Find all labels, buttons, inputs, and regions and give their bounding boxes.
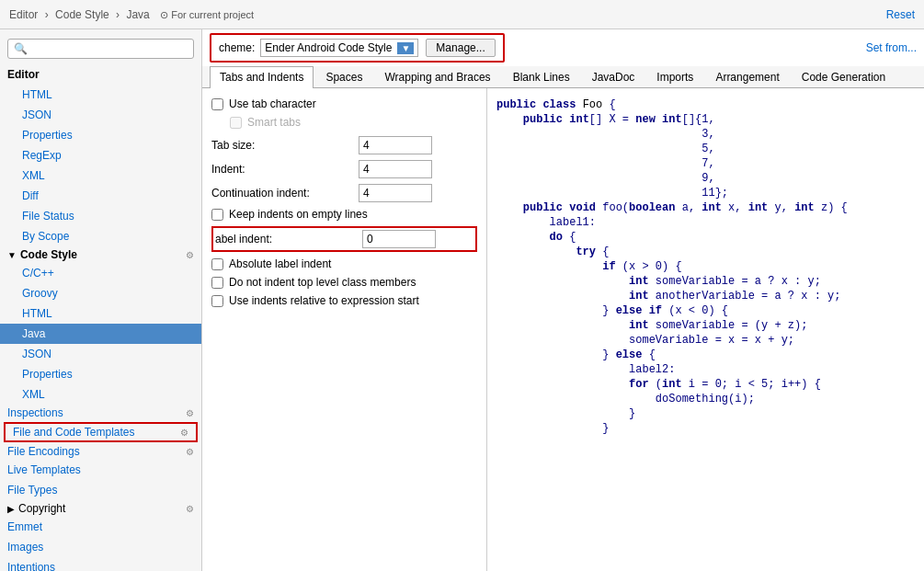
tab-javadoc[interactable]: JavaDoc: [582, 66, 645, 87]
scheme-bar: cheme: Ender Android Code Style ▼ Manage…: [210, 33, 505, 63]
sidebar-item-file-status[interactable]: File Status: [0, 206, 201, 226]
code-line-3: public int[] X = new int[]{1,: [496, 112, 915, 127]
keep-indents-checkbox[interactable]: [211, 209, 223, 221]
indent-row: Indent:: [211, 160, 477, 178]
tab-size-label: Tab size:: [211, 139, 359, 152]
breadcrumb: Editor › Code Style › Java ⊙ For current…: [9, 8, 254, 21]
scheme-label: cheme:: [219, 41, 255, 54]
tab-arrangement[interactable]: Arrangement: [705, 66, 789, 87]
keep-indents-row: Keep indents on empty lines: [211, 208, 477, 221]
sidebar-item-json2[interactable]: JSON: [0, 344, 201, 364]
sidebar-item-xml2[interactable]: XML: [0, 384, 201, 405]
absolute-label-indent-row: Absolute label indent: [211, 257, 477, 270]
use-indents-relative-row: Use indents relative to expression start: [211, 294, 477, 307]
set-from-link[interactable]: Set from...: [866, 41, 917, 54]
tab-imports[interactable]: Imports: [646, 66, 703, 87]
code-line-16: int anotherVariable = a ? x : y;: [496, 289, 915, 303]
smart-tabs-checkbox[interactable]: [230, 117, 242, 129]
code-line-25: }: [496, 421, 915, 436]
for-current-note: ⊙ For current project: [160, 9, 254, 20]
scheme-dropdown[interactable]: Ender Android Code Style ▼: [260, 39, 418, 57]
sidebar-item-json[interactable]: JSON: [0, 105, 201, 125]
label-indent-input[interactable]: [362, 230, 436, 248]
tab-size-input[interactable]: [359, 136, 432, 154]
code-line-5: 5,: [496, 142, 915, 156]
sidebar-file-code-templates-row[interactable]: File and Code Templates ⚙: [4, 422, 198, 442]
code-line-20: } else {: [496, 348, 915, 362]
tab-code-generation[interactable]: Code Generation: [792, 66, 895, 87]
top-bar: Editor › Code Style › Java ⊙ For current…: [0, 0, 924, 29]
copyright-settings-icon: ⚙: [186, 504, 194, 514]
sidebar-item-java[interactable]: Java: [0, 324, 201, 344]
sidebar-item-live-templates[interactable]: Live Templates: [0, 460, 201, 480]
code-line-13: try {: [496, 245, 915, 259]
sidebar-item-html[interactable]: HTML: [0, 85, 201, 105]
sidebar-item-diff[interactable]: Diff: [0, 186, 201, 206]
sidebar-item-intentions[interactable]: Intentions: [0, 557, 201, 571]
tab-tabs-and-indents[interactable]: Tabs and Indents: [210, 66, 314, 88]
settings-panel: Use tab character Smart tabs Tab size: I…: [202, 88, 487, 571]
file-encodings-settings-icon: ⚙: [186, 447, 194, 457]
sidebar-item-by-scope[interactable]: By Scope: [0, 226, 201, 246]
continuation-indent-input[interactable]: [359, 184, 432, 202]
sidebar-editor-group[interactable]: Editor: [0, 64, 201, 85]
tab-wrapping-and-braces[interactable]: Wrapping and Braces: [374, 66, 500, 87]
absolute-label-indent-checkbox[interactable]: [211, 258, 223, 270]
use-tab-character-row: Use tab character: [211, 97, 477, 110]
sidebar-item-images[interactable]: Images: [0, 537, 201, 557]
use-indents-relative-checkbox[interactable]: [211, 295, 223, 307]
do-not-indent-checkbox[interactable]: [211, 277, 223, 289]
sidebar-item-emmet[interactable]: Emmet: [0, 517, 201, 537]
code-line-21: label2:: [496, 362, 915, 377]
sidebar-code-style-group[interactable]: ▼ Code Style ⚙: [0, 246, 201, 263]
sidebar-inspections-row[interactable]: Inspections ⚙: [0, 405, 201, 421]
indent-input[interactable]: [359, 160, 432, 178]
tab-spaces[interactable]: Spaces: [315, 66, 372, 87]
inspections-settings-icon: ⚙: [186, 408, 194, 418]
breadcrumb-arrow1: ›: [45, 8, 49, 21]
breadcrumb-editor: Editor: [9, 8, 38, 21]
code-line-19: someVariable = x = x + y;: [496, 333, 915, 348]
tabs-row: Tabs and Indents Spaces Wrapping and Bra…: [202, 66, 924, 88]
sidebar-copyright-group[interactable]: ▶ Copyright ⚙: [0, 500, 201, 517]
sidebar-item-properties2[interactable]: Properties: [0, 364, 201, 384]
use-tab-label: Use tab character: [229, 97, 316, 110]
do-not-indent-row: Do not indent top level class members: [211, 276, 477, 289]
sidebar-item-properties[interactable]: Properties: [0, 125, 201, 145]
code-line-10: public void foo(boolean a, int x, int y,…: [496, 200, 915, 215]
sidebar-item-regexp[interactable]: RegExp: [0, 145, 201, 166]
split-pane: Use tab character Smart tabs Tab size: I…: [202, 88, 924, 571]
smart-tabs-label: Smart tabs: [247, 116, 301, 129]
reset-button[interactable]: Reset: [886, 8, 915, 21]
code-line-23: doSomething(i);: [496, 392, 915, 406]
search-input[interactable]: [7, 39, 194, 59]
sidebar-item-groovy[interactable]: Groovy: [0, 283, 201, 303]
sidebar-copyright-label: Copyright: [18, 502, 65, 515]
sidebar-item-inspections-label: Inspections: [7, 406, 63, 419]
use-tab-checkbox[interactable]: [211, 98, 223, 110]
tab-blank-lines[interactable]: Blank Lines: [503, 66, 580, 87]
tab-size-row: Tab size:: [211, 136, 477, 154]
code-line-6: 7,: [496, 156, 915, 171]
code-line-4: 3,: [496, 127, 915, 142]
sidebar-item-html2[interactable]: HTML: [0, 303, 201, 324]
main-layout: Editor HTML JSON Properties RegExp XML D…: [0, 29, 924, 571]
manage-button[interactable]: Manage...: [426, 39, 495, 57]
code-line-15: int someVariable = a ? x : y;: [496, 274, 915, 289]
code-preview: public class Foo { public int[] X = new …: [487, 88, 924, 571]
code-line-17: } else if (x < 0) {: [496, 303, 915, 318]
sidebar-item-file-types[interactable]: File Types: [0, 480, 201, 500]
continuation-indent-row: Continuation indent:: [211, 184, 477, 202]
label-indent-label: abel indent:: [215, 233, 362, 246]
code-line-14: if (x > 0) {: [496, 259, 915, 274]
sidebar-item-file-templates-label: File and Code Templates: [13, 426, 135, 439]
code-style-settings-icon: ⚙: [186, 250, 194, 260]
scheme-dropdown-arrow-icon[interactable]: ▼: [397, 42, 414, 54]
code-style-arrow-icon: ▼: [7, 250, 17, 260]
code-line-12: do {: [496, 230, 915, 245]
sidebar-item-cpp[interactable]: C/C++: [0, 263, 201, 283]
sidebar-item-xml[interactable]: XML: [0, 166, 201, 186]
sidebar-item-file-encodings-label: File Encodings: [7, 445, 80, 458]
code-line-22: for (int i = 0; i < 5; i++) {: [496, 377, 915, 392]
sidebar-file-encodings-row[interactable]: File Encodings ⚙: [0, 443, 201, 460]
